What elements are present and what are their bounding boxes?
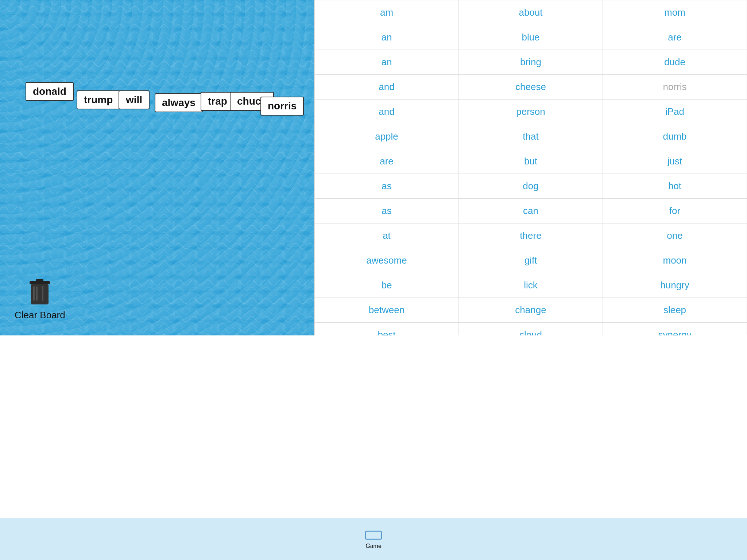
word-list-item[interactable]: mom [603,0,747,25]
trash-icon [28,277,51,307]
word-list-item[interactable]: iPad [603,100,747,124]
word-list-item[interactable]: norris [603,75,747,100]
svg-rect-2 [36,279,43,282]
word-list-item[interactable]: blue [459,25,603,50]
word-list-item[interactable]: cloud [459,323,603,336]
word-list-item[interactable]: at [315,223,459,248]
svg-rect-5 [36,286,38,301]
word-list-item[interactable]: just [603,149,747,174]
word-list-item[interactable]: as [315,199,459,223]
word-list-item[interactable]: there [459,223,603,248]
clear-board-label: Clear Board [15,310,65,321]
word-tile-will[interactable]: will [119,90,150,109]
word-list-item[interactable]: bring [459,50,603,75]
word-list-item[interactable]: lick [459,273,603,298]
word-list-item[interactable]: cheese [459,75,603,100]
word-list-item[interactable]: best [315,323,459,336]
word-tile-trap[interactable]: trap [201,92,235,111]
word-list-item[interactable]: but [459,149,603,174]
word-tile-donald[interactable]: donald [26,82,74,101]
game-icon [365,529,382,541]
word-list-item[interactable]: change [459,298,603,323]
word-list-item[interactable]: are [603,25,747,50]
game-label: Game [365,543,382,549]
word-tile-trump[interactable]: trump [77,90,120,109]
word-list-item[interactable]: dude [603,50,747,75]
svg-rect-7 [365,531,382,539]
word-table: amaboutmomanblueareanbringdudeandcheesen… [314,0,747,335]
game-board[interactable]: donald trump will always trap chuck norr… [0,0,314,335]
word-list-item[interactable]: can [459,199,603,223]
word-list-item[interactable]: about [459,0,603,25]
word-list-item[interactable]: as [315,174,459,199]
bottom-bar: Game [0,518,747,560]
svg-rect-6 [42,286,43,301]
word-list-item[interactable]: awesome [315,248,459,273]
word-list-item[interactable]: one [603,223,747,248]
word-tile-norris[interactable]: norris [260,97,304,116]
word-list-item[interactable]: apple [315,124,459,149]
word-panel[interactable]: amaboutmomanblueareanbringdudeandcheesen… [314,0,747,335]
word-list-item[interactable]: moon [603,248,747,273]
game-icon-wrap[interactable]: Game [365,529,382,549]
word-list-item[interactable]: dumb [603,124,747,149]
main-area: donald trump will always trap chuck norr… [0,0,747,518]
word-tile-always[interactable]: always [155,93,203,112]
word-list-item[interactable]: are [315,149,459,174]
word-list-item[interactable]: and [315,100,459,124]
word-list-item[interactable]: between [315,298,459,323]
word-list-item[interactable]: an [315,25,459,50]
word-list-item[interactable]: hot [603,174,747,199]
word-list-item[interactable]: am [315,0,459,25]
word-list-item[interactable]: an [315,50,459,75]
word-list-item[interactable]: and [315,75,459,100]
word-list-item[interactable]: sleep [603,298,747,323]
word-list-item[interactable]: gift [459,248,603,273]
word-list-item[interactable]: dog [459,174,603,199]
clear-board-button[interactable]: Clear Board [15,277,65,321]
word-list-item[interactable]: person [459,100,603,124]
word-list-item[interactable]: that [459,124,603,149]
word-list-item[interactable]: for [603,199,747,223]
svg-rect-4 [33,286,35,301]
word-list-item[interactable]: synergy [603,323,747,336]
word-list-item[interactable]: be [315,273,459,298]
word-list-item[interactable]: hungry [603,273,747,298]
